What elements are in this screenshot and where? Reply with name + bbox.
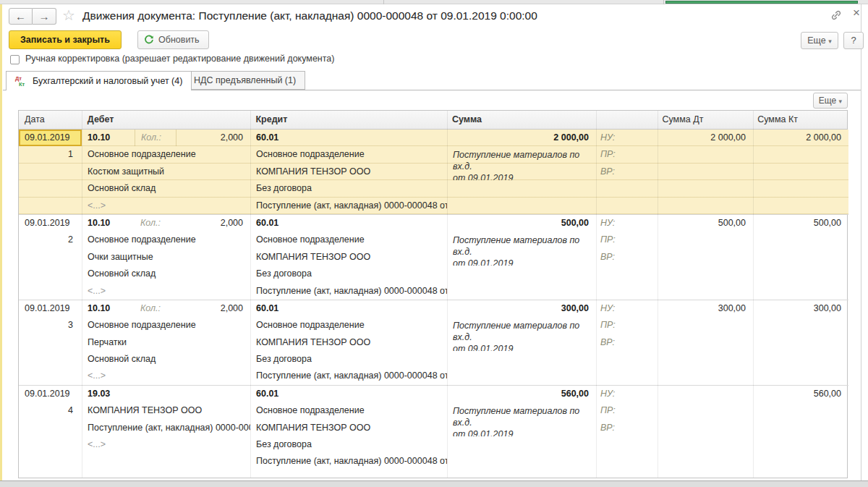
cell-credit-line[interactable]: КОМПАНИЯ ТЕНЗОР ООО xyxy=(250,249,447,266)
cell-debit-line[interactable]: Костюм защитный xyxy=(82,164,250,180)
cell-credit-line[interactable]: Основное подразделение xyxy=(250,402,447,419)
tax-row-label[interactable]: ПР: xyxy=(596,232,658,248)
refresh-button[interactable]: Обновить xyxy=(137,30,209,49)
cell-debit-line[interactable]: Перчатки xyxy=(82,334,250,351)
manual-adjustment-checkbox[interactable] xyxy=(10,55,20,64)
tax-row-label[interactable]: ВР: xyxy=(596,334,658,351)
cell-credit-line[interactable]: КОМПАНИЯ ТЕНЗОР ООО xyxy=(250,420,447,436)
table-row-group[interactable]: 09.01.2019419.03КОМПАНИЯ ТЕНЗОР ОООПосту… xyxy=(19,385,848,470)
tax-row-label[interactable]: НУ: xyxy=(596,300,658,317)
cell-amount[interactable]: 560,00 xyxy=(447,386,596,402)
cell-amount-comment[interactable]: Поступление материалов по вх.д. от 09.01… xyxy=(447,402,596,436)
cell-sum-kt[interactable]: 300,00 xyxy=(753,300,848,317)
back-button[interactable]: ← xyxy=(9,8,33,25)
cell-credit-line[interactable]: КОМПАНИЯ ТЕНЗОР ООО xyxy=(250,164,447,180)
cell-credit-line[interactable]: Поступление (акт, накладная) 0000-000048… xyxy=(250,283,447,300)
cell-debit-account[interactable]: 10.10 xyxy=(82,215,135,232)
cell-qty[interactable] xyxy=(176,386,250,402)
cell-credit-line[interactable]: Основное подразделение xyxy=(250,146,447,163)
tax-row-label[interactable]: ПР: xyxy=(596,317,658,334)
form-more-button[interactable]: Еще ▾ xyxy=(801,32,838,49)
cell-sum-kt[interactable]: 2 000,00 xyxy=(753,130,848,146)
cell-qty-label[interactable] xyxy=(135,386,176,402)
cell-amount[interactable]: 300,00 xyxy=(447,300,596,317)
cell-credit-account[interactable]: 60.01 xyxy=(250,300,447,317)
cell-debit-line[interactable]: Основной склад xyxy=(82,266,250,282)
cell-sum-dt[interactable]: 300,00 xyxy=(658,300,753,317)
cell-date[interactable]: 09.01.2019 xyxy=(19,386,82,402)
cell-credit-line[interactable]: Без договора xyxy=(250,351,447,368)
table-row-group[interactable]: 09.01.2019210.10Кол.:2,000Основное подра… xyxy=(19,214,848,300)
cell-date[interactable]: 09.01.2019 xyxy=(19,130,82,146)
col-header-tax[interactable] xyxy=(595,111,657,129)
col-header-sum-kt[interactable]: Сумма Кт xyxy=(752,111,847,129)
cell-sum-dt[interactable]: 2 000,00 xyxy=(658,130,753,146)
cell-sum-dt[interactable] xyxy=(658,386,753,402)
cell-row-number[interactable]: 3 xyxy=(19,317,82,334)
cell-amount[interactable]: 2 000,00 xyxy=(447,130,596,146)
save-and-close-button[interactable]: Записать и закрыть xyxy=(9,30,122,49)
cell-debit-line[interactable]: <...> xyxy=(82,198,250,214)
cell-date[interactable]: 09.01.2019 xyxy=(19,300,82,317)
tax-row-label[interactable]: НУ: xyxy=(596,130,658,146)
col-header-amount[interactable]: Сумма xyxy=(446,111,595,129)
tax-row-label[interactable]: ВР: xyxy=(596,164,658,180)
cell-credit-account[interactable]: 60.01 xyxy=(250,130,447,146)
forward-button[interactable]: → xyxy=(33,8,56,25)
col-header-date[interactable]: Дата xyxy=(19,111,82,129)
cell-qty-label[interactable]: Кол.: xyxy=(135,130,176,146)
col-header-debit[interactable]: Дебет xyxy=(82,111,250,129)
cell-debit-account[interactable]: 10.10 xyxy=(82,130,135,146)
col-header-sum-dt[interactable]: Сумма Дт xyxy=(656,111,752,129)
cell-debit-line[interactable]: Основное подразделение xyxy=(82,146,250,163)
cell-debit-line[interactable]: <...> xyxy=(82,368,250,384)
cell-row-number[interactable]: 4 xyxy=(19,402,82,419)
cell-credit-line[interactable]: КОМПАНИЯ ТЕНЗОР ООО xyxy=(250,334,447,351)
cell-debit-line[interactable]: <...> xyxy=(82,436,250,453)
close-icon[interactable]: × xyxy=(853,6,860,20)
cell-debit-line[interactable] xyxy=(82,453,250,470)
cell-qty[interactable]: 2,000 xyxy=(176,215,250,232)
cell-credit-account[interactable]: 60.01 xyxy=(250,215,447,232)
tax-row-label[interactable]: НУ: xyxy=(596,386,658,402)
table-more-button[interactable]: Еще ▾ xyxy=(813,93,848,109)
cell-credit-line[interactable]: Основное подразделение xyxy=(250,317,447,334)
cell-qty[interactable]: 2,000 xyxy=(176,130,250,146)
cell-credit-line[interactable]: Поступление (акт, накладная) 0000-000048… xyxy=(250,368,447,384)
tax-row-label[interactable]: НУ: xyxy=(596,215,658,232)
cell-credit-account[interactable]: 60.01 xyxy=(250,386,447,402)
cell-qty[interactable]: 2,000 xyxy=(176,300,250,317)
cell-debit-line[interactable]: Основной склад xyxy=(82,351,250,368)
tax-row-label[interactable]: ВР: xyxy=(596,420,658,436)
table-row-group[interactable]: 09.01.2019310.10Кол.:2,000Основное подра… xyxy=(19,300,848,385)
cell-debit-line[interactable]: <...> xyxy=(82,283,250,300)
cell-credit-line[interactable]: Основное подразделение xyxy=(250,232,447,248)
cell-debit-account[interactable]: 10.10 xyxy=(82,300,135,317)
favorite-star-icon[interactable]: ☆ xyxy=(62,7,75,24)
cell-debit-line[interactable]: Основное подразделение xyxy=(82,317,250,334)
tax-row-label[interactable]: ПР: xyxy=(596,146,658,163)
tax-row-label[interactable]: ПР: xyxy=(596,402,658,419)
cell-amount-comment[interactable]: Поступление материалов по вх.д. от 09.01… xyxy=(447,317,596,351)
tab-accounting[interactable]: ДтКт Бухгалтерский и налоговый учет (4) xyxy=(6,71,192,90)
cell-amount-comment[interactable]: Поступление материалов по вх.д. от 09.01… xyxy=(447,232,596,266)
cell-sum-kt[interactable]: 560,00 xyxy=(753,386,848,402)
tax-row-label[interactable]: ВР: xyxy=(596,249,658,266)
cell-row-number[interactable]: 2 xyxy=(19,232,82,248)
table-row-group[interactable]: 09.01.2019110.10Кол.:2,000Основное подра… xyxy=(19,130,848,214)
cell-debit-line[interactable]: КОМПАНИЯ ТЕНЗОР ООО xyxy=(82,402,250,419)
cell-debit-line[interactable]: Поступление (акт, накладная) 0000-0000..… xyxy=(82,420,250,436)
cell-credit-line[interactable]: Без договора xyxy=(250,180,447,197)
cell-credit-line[interactable]: Без договора xyxy=(250,266,447,282)
cell-credit-line[interactable]: Поступление (акт, накладная) 0000-000048… xyxy=(250,453,447,470)
cell-debit-line[interactable]: Очки защитные xyxy=(82,249,250,266)
cell-date[interactable]: 09.01.2019 xyxy=(19,215,82,232)
cell-qty-label[interactable]: Кол.: xyxy=(135,215,176,232)
cell-debit-account[interactable]: 19.03 xyxy=(82,386,135,402)
cell-row-number[interactable]: 1 xyxy=(19,146,82,163)
cell-debit-line[interactable]: Основное подразделение xyxy=(82,232,250,248)
cell-amount-comment[interactable]: Поступление материалов по вх.д. от 09.01… xyxy=(447,146,596,180)
cell-debit-line[interactable]: Основной склад xyxy=(82,180,250,197)
cell-sum-dt[interactable]: 500,00 xyxy=(658,215,753,232)
help-button[interactable]: ? xyxy=(843,32,864,49)
